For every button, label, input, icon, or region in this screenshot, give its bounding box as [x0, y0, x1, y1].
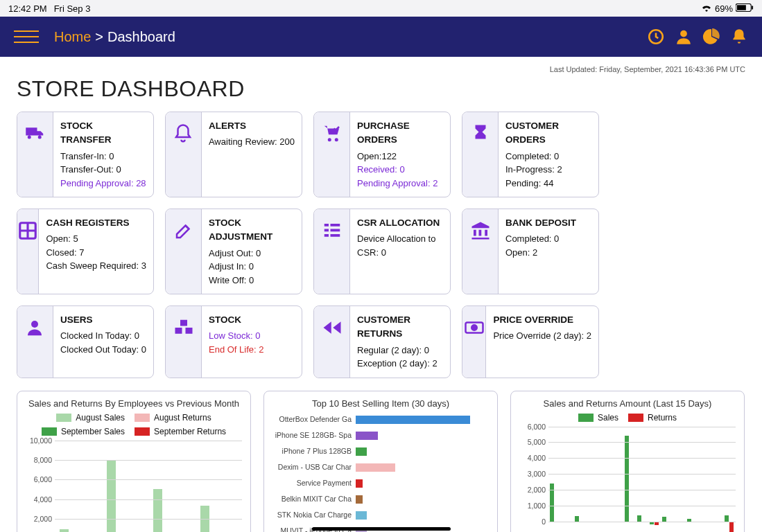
card-customer-returns[interactable]: CUSTOMER RETURNS Regular (2 day): 0 Exce… [313, 305, 451, 378]
svg-rect-13 [330, 234, 340, 237]
grid-icon [17, 220, 38, 244]
card-title: USERS [60, 313, 146, 327]
card-row: Clocked Out Today: 0 [60, 343, 146, 357]
svg-point-4 [680, 30, 687, 37]
card-price-override[interactable]: PRICE OVERRIDE Price Override (2 day): 2 [462, 305, 599, 378]
last-updated: Last Updated: Friday, September, 2021 16… [17, 65, 745, 73]
card-row[interactable]: End Of Life: 2 [209, 343, 295, 357]
card-row: Cash Sweep Required: 3 [46, 259, 146, 273]
svg-rect-2 [752, 6, 753, 10]
battery-percent: 69% [715, 3, 733, 14]
chart-sales-returns-employees: Sales and Returns By Employees vs Previo… [17, 391, 251, 533]
card-row: Open: 2 [505, 246, 591, 260]
card-row: In-Progress: 2 [505, 163, 591, 177]
card-row: Completed: 0 [505, 232, 591, 246]
card-title: PRICE OVERRIDE [493, 313, 591, 327]
status-date: Fri Sep 3 [54, 3, 91, 14]
cards-grid: STOCK TRANSFER Transfer-In: 0 Transfer-O… [17, 112, 745, 378]
card-customer-orders[interactable]: CUSTOMER ORDERS Completed: 0 In-Progress… [462, 112, 599, 197]
charts-row: Sales and Returns By Employees vs Previo… [17, 391, 745, 533]
card-title: STOCK TRANSFER [60, 119, 146, 148]
chart-sales-returns-15d: Sales and Returns Amount (Last 15 Days) … [510, 391, 745, 533]
battery-icon [736, 3, 754, 14]
truck-icon [25, 123, 46, 147]
card-row: Price Override (2 day): 2 [493, 329, 591, 343]
card-row: Awaiting Review: 200 [209, 135, 295, 149]
cart-check-icon [322, 123, 343, 147]
card-row: Device Allocation to CSR: 0 [357, 232, 443, 259]
card-row[interactable]: Pending Approval: 28 [60, 177, 146, 190]
card-purchase-orders[interactable]: PURCHASE ORDERS Open:122 Received: 0 Pen… [313, 112, 451, 197]
card-title: ALERTS [209, 119, 295, 133]
card-row: Adjust In: 0 [209, 260, 295, 274]
card-row: Adjust Out: 0 [209, 247, 295, 260]
card-cash-registers[interactable]: CASH REGISTERS Open: 5 Closed: 7 Cash Sw… [17, 209, 154, 294]
list-icon [322, 220, 343, 244]
breadcrumb-home[interactable]: Home [54, 29, 91, 45]
card-users[interactable]: USERS Clocked In Today: 0 Clocked Out To… [17, 305, 154, 378]
chart-title: Top 10 Best Selling Item (30 days) [272, 398, 489, 409]
menu-button[interactable] [14, 23, 42, 51]
card-row: Clocked In Today: 0 [60, 329, 146, 343]
bell-icon[interactable] [730, 28, 748, 46]
cash-icon [464, 317, 485, 341]
status-bar: 12:42 PM Fri Sep 3 69% [0, 0, 762, 17]
card-row: Pending: 44 [505, 177, 591, 190]
user-icon[interactable] [675, 28, 693, 46]
rewind-icon [322, 317, 343, 341]
svg-point-14 [31, 321, 38, 328]
card-bank-deposit[interactable]: BANK DEPOSIT Completed: 0 Open: 2 [462, 209, 599, 294]
card-row: Open: 5 [46, 232, 146, 246]
hourglass-icon [470, 123, 491, 147]
card-title: CUSTOMER ORDERS [505, 119, 591, 148]
svg-rect-8 [324, 224, 328, 227]
chart-title: Sales and Returns Amount (Last 15 Days) [519, 398, 736, 409]
card-row: Closed: 7 [46, 246, 146, 260]
svg-rect-10 [324, 229, 328, 232]
card-title: PURCHASE ORDERS [357, 119, 443, 148]
card-stock-transfer[interactable]: STOCK TRANSFER Transfer-In: 0 Transfer-O… [17, 112, 154, 197]
card-title: STOCK ADJUSTMENT [209, 216, 295, 245]
boxes-icon [173, 317, 194, 341]
svg-rect-15 [180, 320, 187, 326]
card-row: Transfer-In: 0 [60, 150, 146, 163]
person-icon [24, 317, 45, 341]
bell-outline-icon [173, 123, 193, 147]
breadcrumb: Home > Dashboard [54, 29, 175, 45]
svg-rect-1 [737, 5, 746, 10]
pie-chart-icon[interactable] [702, 28, 720, 46]
status-time: 12:42 PM [8, 3, 47, 14]
card-row[interactable]: Pending Approval: 2 [357, 177, 443, 190]
svg-point-6 [334, 138, 338, 141]
chart-legend: August SalesAugust ReturnsSeptember Sale… [26, 413, 242, 436]
chart-legend: SalesReturns [519, 413, 736, 423]
card-csr-allocation[interactable]: CSR ALLOCATION Device Allocation to CSR:… [313, 209, 451, 294]
card-row: Write Off: 0 [209, 274, 295, 287]
svg-point-5 [327, 138, 331, 141]
card-stock-adjustment[interactable]: STOCK ADJUSTMENT Adjust Out: 0 Adjust In… [165, 209, 302, 294]
card-row[interactable]: Low Stock: 0 [209, 329, 295, 343]
svg-rect-12 [324, 234, 328, 237]
card-title: CSR ALLOCATION [357, 216, 443, 230]
card-row: Exception (2 day): 2 [357, 357, 443, 371]
bank-icon [470, 220, 491, 244]
card-alerts[interactable]: ALERTS Awaiting Review: 200 [165, 112, 302, 197]
top-nav: Home > Dashboard [0, 17, 762, 57]
card-title: CUSTOMER RETURNS [357, 313, 443, 342]
svg-rect-11 [330, 229, 340, 232]
card-title: CASH REGISTERS [46, 216, 146, 230]
card-row: Completed: 0 [505, 150, 591, 163]
svg-rect-9 [330, 224, 340, 227]
chart-top-10: Top 10 Best Selling Item (30 days) 02040… [263, 391, 498, 533]
card-title: STOCK [209, 313, 295, 327]
card-title: BANK DEPOSIT [505, 216, 591, 230]
edit-icon [173, 220, 194, 244]
breadcrumb-sep: > [95, 29, 103, 45]
card-stock[interactable]: STOCK Low Stock: 0 End Of Life: 2 [165, 305, 302, 378]
clock-icon[interactable] [647, 28, 665, 46]
svg-point-19 [471, 325, 477, 330]
page-title: STORE DASHBOARD [17, 76, 745, 102]
card-row: Open:122 [357, 150, 443, 163]
card-row[interactable]: Received: 0 [357, 163, 443, 177]
svg-rect-16 [175, 328, 182, 334]
